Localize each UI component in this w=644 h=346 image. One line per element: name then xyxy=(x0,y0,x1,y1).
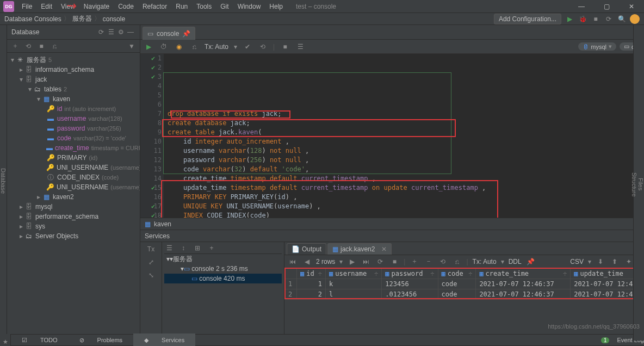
svc-sort-icon[interactable]: ↕ xyxy=(178,243,188,253)
svc-console-1[interactable]: console xyxy=(191,265,214,273)
settings2-icon[interactable]: ☰ xyxy=(295,42,305,52)
schema-mysql[interactable]: mysql xyxy=(35,203,52,211)
stop-icon[interactable]: ■ xyxy=(591,14,600,24)
table-kaven2[interactable]: kaven2 xyxy=(53,193,74,201)
server-node[interactable]: 服务器 xyxy=(27,55,46,65)
maximize-button[interactable]: ▢ xyxy=(594,0,619,13)
tab-services[interactable]: ◆Services xyxy=(133,333,195,347)
col-id[interactable]: id xyxy=(57,105,62,113)
key-code-index[interactable]: CODE_INDEX xyxy=(57,174,100,181)
svc-group-icon[interactable]: ⊞ xyxy=(193,243,202,253)
schema-perf[interactable]: performance_schema xyxy=(35,213,98,220)
key-uni-username[interactable]: UNI_USERNAME xyxy=(57,164,108,171)
tx-mode-result[interactable]: Tx: Auto xyxy=(473,258,497,265)
tx-mode[interactable]: Tx: Auto xyxy=(205,43,228,51)
filter-icon[interactable]: ☰ xyxy=(106,27,116,37)
col-create-time[interactable]: create_time xyxy=(55,144,89,152)
table-kaven[interactable]: kaven xyxy=(53,95,70,103)
refresh-icon[interactable]: ⟳ xyxy=(96,27,106,37)
commit-row-icon[interactable]: ⎌ xyxy=(452,257,462,267)
pin-icon[interactable]: 📌 xyxy=(182,30,190,38)
key-uni-username-2[interactable]: UNI_USERNAME xyxy=(57,183,108,191)
menu-help[interactable]: Help xyxy=(265,1,287,13)
breadcrumb-root[interactable]: Database Consoles xyxy=(4,15,61,23)
col-code[interactable]: code xyxy=(57,134,71,142)
code-body[interactable]: drop database if exists jack;create data… xyxy=(164,54,643,218)
gear-icon[interactable]: ⚙ xyxy=(116,27,126,37)
schema-sys[interactable]: sys xyxy=(35,223,45,230)
tab-result[interactable]: ▦jack.kaven2 ✕ xyxy=(327,243,392,255)
menu-tools[interactable]: Tools xyxy=(192,1,216,13)
svc-collapse-icon[interactable]: ⤡ xyxy=(146,270,156,280)
stop-icon[interactable]: ■ xyxy=(36,41,46,51)
menu-navigate[interactable]: Navigate xyxy=(79,1,114,13)
git-update-icon[interactable]: ⟳ xyxy=(604,14,614,24)
svc-console-2[interactable]: console xyxy=(199,275,221,282)
menu-window[interactable]: Window xyxy=(233,1,265,13)
commit-icon[interactable]: ⎌ xyxy=(189,42,199,52)
user-avatar[interactable] xyxy=(630,14,640,24)
debug-icon[interactable]: 🐞 xyxy=(578,14,587,24)
tab-todo[interactable]: ☑TODO xyxy=(11,333,69,347)
left-gutter-database[interactable]: Database xyxy=(0,25,7,334)
close-button[interactable]: ✕ xyxy=(619,0,644,13)
schema-information[interactable]: information_schema xyxy=(35,66,94,73)
add-icon[interactable]: ＋ xyxy=(10,41,20,51)
schema-jack[interactable]: jack xyxy=(35,76,47,83)
tab-output[interactable]: 📄Output xyxy=(287,243,326,255)
key-primary[interactable]: PRIMARY xyxy=(57,154,86,162)
svc-add-icon[interactable]: + xyxy=(207,243,216,253)
menu-run[interactable]: Run xyxy=(171,1,192,13)
row-count[interactable]: 2 rows xyxy=(316,258,335,265)
upload-icon[interactable]: ⬆ xyxy=(610,257,620,267)
menu-refactor[interactable]: Refactor xyxy=(138,1,171,13)
db-tree[interactable]: ▾✳服务器5 ▸🗄information_schema ▾🗄jack ▾🗂tab… xyxy=(7,53,140,243)
export-csv[interactable]: CSV xyxy=(570,258,584,265)
remove-row-icon[interactable]: － xyxy=(424,257,434,267)
rollback-icon[interactable]: ⟲ xyxy=(258,42,268,52)
minimize-button[interactable]: — xyxy=(569,0,594,13)
add-configuration-button[interactable]: Add Configuration... xyxy=(494,14,561,24)
sync-icon[interactable]: ⟲ xyxy=(23,41,33,51)
next-page-icon[interactable]: ▶ xyxy=(347,257,357,267)
right-gutter[interactable]: Files Structure xyxy=(633,25,644,341)
main-menu[interactable]: File Edit View Navigate Code Refactor Ru… xyxy=(17,1,287,13)
tables-node[interactable]: tables xyxy=(44,85,61,93)
execute-icon[interactable]: ▶ xyxy=(144,42,153,52)
svc-expand-icon[interactable]: ⤢ xyxy=(146,257,156,267)
server-objects[interactable]: Server Objects xyxy=(35,232,78,240)
menu-code[interactable]: Code xyxy=(114,1,138,13)
tab-problems[interactable]: ⊘Problems xyxy=(69,333,133,347)
funnel-icon[interactable]: ▼ xyxy=(127,41,137,51)
menu-edit[interactable]: Edit xyxy=(36,1,57,13)
right-gutter-structure[interactable]: Structure xyxy=(631,28,637,341)
breadcrumb-server[interactable]: 服务器 xyxy=(72,14,92,23)
col-password[interactable]: password xyxy=(57,125,85,132)
col-username[interactable]: username xyxy=(57,115,86,122)
services-tree[interactable]: ☰ ↕ ⊞ + ▾▾服务器 ▾▭ console 2 s 236 ms ▭ co… xyxy=(162,242,284,334)
svc-tx-icon[interactable]: Tx xyxy=(146,244,156,254)
revert-icon[interactable]: ⟲ xyxy=(438,257,448,267)
svc-filter-icon[interactable]: ☰ xyxy=(164,243,174,253)
close-tab-icon[interactable]: ✕ xyxy=(381,245,387,253)
search-icon[interactable]: 🔍 xyxy=(617,14,627,24)
ddl-button[interactable]: DDL xyxy=(509,258,522,265)
explain-icon[interactable]: ◉ xyxy=(174,42,184,52)
history-icon[interactable]: ⏱ xyxy=(159,42,169,52)
reload-icon[interactable]: ⟳ xyxy=(375,257,385,267)
last-page-icon[interactable]: ⏭ xyxy=(361,257,371,267)
prev-page-icon[interactable]: ◀ xyxy=(302,257,312,267)
pin-result-icon[interactable]: 📌 xyxy=(526,257,536,267)
tx-icon[interactable]: ⎌ xyxy=(49,41,59,51)
status-context[interactable]: kaven xyxy=(154,220,171,228)
dialect-pill[interactable]: 🛢mysql▾ xyxy=(578,42,616,51)
download-icon[interactable]: ⬇ xyxy=(596,257,605,267)
right-gutter-files[interactable]: Files xyxy=(637,28,644,341)
menu-file[interactable]: File xyxy=(17,1,36,13)
favorites-gutter[interactable]: ★ xyxy=(0,334,11,346)
hide-panel-icon[interactable]: — xyxy=(126,27,135,37)
run-icon[interactable]: ▶ xyxy=(565,14,574,24)
stop-query-icon[interactable]: ■ xyxy=(389,257,399,267)
result-grid[interactable]: ▦id÷▦username÷▦password÷▦code÷▦create_ti… xyxy=(284,268,644,334)
check-icon[interactable]: ✔ xyxy=(243,42,252,52)
